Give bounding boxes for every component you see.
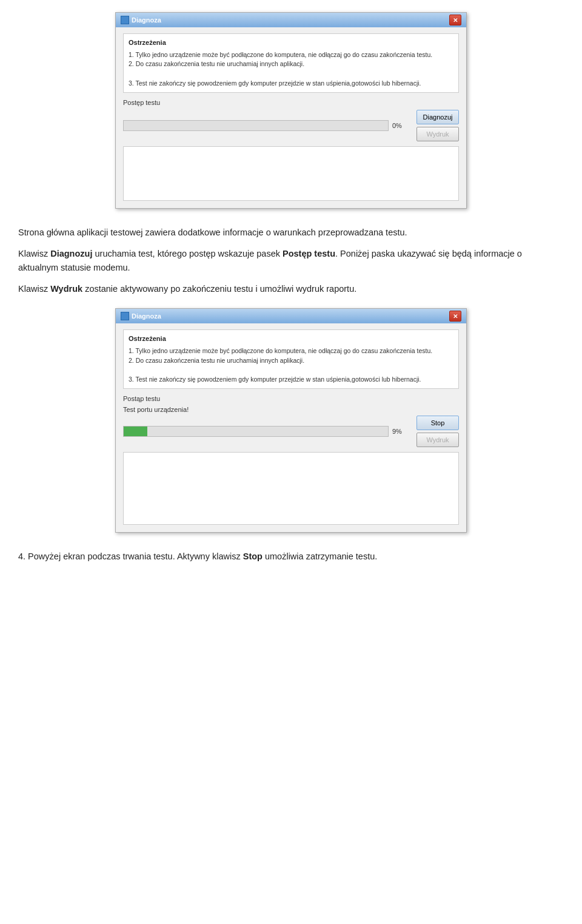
dialog2-progress-bar bbox=[123, 426, 389, 437]
dialog2-warning1: 1. Tylko jedno urządzenie może być podłą… bbox=[129, 346, 453, 356]
dialog1-log-area bbox=[123, 146, 459, 201]
text-s1-bold-diagnozuj: Diagnozuj bbox=[50, 249, 92, 258]
dialog2-title: Diagnoza bbox=[132, 312, 161, 320]
text-s1-pre4: Klawisz bbox=[18, 284, 50, 294]
dialog1-warning2: 2. Do czasu zakończenia testu nie urucha… bbox=[129, 59, 453, 69]
dialog2-close-button[interactable]: ✕ bbox=[449, 311, 461, 322]
dialog1-body: Ostrzeżenia 1. Tylko jedno urządzenie mo… bbox=[116, 27, 466, 208]
dialog1-warning1: 1. Tylko jedno urządzenie może być podłą… bbox=[129, 50, 453, 60]
text-section1-paragraph2: Klawisz Diagnozuj uruchamia test, któreg… bbox=[18, 247, 564, 275]
dialog2-warnings-box: Ostrzeżenia 1. Tylko jedno urządzenie mo… bbox=[123, 329, 459, 389]
dialog2-title-area: Diagnoza bbox=[121, 312, 161, 320]
dialog1-warnings-box: Ostrzeżenia 1. Tylko jedno urządzenie mo… bbox=[123, 33, 459, 93]
text-section1-line1: Strona główna aplikacji testowej zawiera… bbox=[18, 226, 564, 240]
dialog2-progress-label: Postąp testu bbox=[123, 395, 459, 402]
dialog1-progress-section: Postęp testu 0% Diagnozuj Wydruk bbox=[123, 99, 459, 141]
dialog1-progress-percent: 0% bbox=[392, 122, 409, 129]
dialog2-warning2: 2. Do czasu zakończenia testu nie urucha… bbox=[129, 356, 453, 366]
dialog1-log-area-wrapper bbox=[123, 146, 459, 201]
text-s2-bold-stop: Stop bbox=[243, 551, 263, 561]
dialog1-warning3: 3. Test nie zakończy się powodzeniem gdy… bbox=[129, 79, 453, 89]
dialog1-title: Diagnoza bbox=[132, 16, 161, 24]
dialog2-test-status: Test portu urządzenia! bbox=[123, 406, 459, 413]
dialog1-progress-bar bbox=[123, 120, 389, 131]
dialog2-body: Ostrzeżenia 1. Tylko jedno urządzenie mo… bbox=[116, 323, 466, 532]
text-s1-pre2: Klawisz bbox=[18, 249, 50, 258]
dialog2-log-area-wrapper bbox=[123, 452, 459, 525]
dialog1-warnings-heading: Ostrzeżenia bbox=[129, 38, 453, 48]
text-section2: 4. Powyżej ekran podczas trwania testu. … bbox=[18, 550, 564, 564]
dialog1-wydruk-button[interactable]: Wydruk bbox=[416, 127, 459, 141]
dialog2-wydruk-button[interactable]: Wydruk bbox=[416, 433, 459, 447]
dialog1-progress-label: Postęp testu bbox=[123, 99, 459, 106]
text-section1-paragraph3: Klawisz Wydruk zostanie aktywowany po za… bbox=[18, 282, 564, 296]
dialog2-progress-row: 9% Stop Wydruk bbox=[123, 416, 459, 447]
text-s2-pre: 4. Powyżej ekran podczas trwania testu. … bbox=[18, 551, 243, 561]
dialog2-progress-section: Postąp testu Test portu urządzenia! 9% S… bbox=[123, 395, 459, 447]
dialog2: Diagnoza ✕ Ostrzeżenia 1. Tylko jedno ur… bbox=[115, 308, 467, 533]
first-dialog-wrapper: Diagnoza ✕ Ostrzeżenia 1. Tylko jedno ur… bbox=[18, 12, 564, 209]
dialog1-title-area: Diagnoza bbox=[121, 16, 161, 24]
dialog1-app-icon bbox=[121, 16, 129, 24]
dialog1-buttons: Diagnozuj Wydruk bbox=[416, 110, 459, 141]
dialog1: Diagnoza ✕ Ostrzeżenia 1. Tylko jedno ur… bbox=[115, 12, 467, 209]
text-section1: Strona główna aplikacji testowej zawiera… bbox=[18, 226, 564, 297]
text-s1-bold-postep: Postęp testu bbox=[283, 249, 335, 258]
text-s2-post: umożliwia zatrzymanie testu. bbox=[263, 551, 377, 561]
dialog2-progress-percent: 9% bbox=[392, 428, 409, 435]
dialog2-app-icon bbox=[121, 312, 129, 320]
dialog2-progress-fill bbox=[124, 427, 147, 436]
dialog1-diagnozuj-button[interactable]: Diagnozuj bbox=[416, 110, 459, 124]
dialog2-buttons: Stop Wydruk bbox=[416, 416, 459, 447]
dialog1-progress-row: 0% Diagnozuj Wydruk bbox=[123, 110, 459, 141]
text-section2-paragraph: 4. Powyżej ekran podczas trwania testu. … bbox=[18, 550, 564, 564]
dialog1-titlebar: Diagnoza ✕ bbox=[116, 13, 466, 27]
text-s1-post2: uruchamia test, którego postęp wskazuje … bbox=[92, 249, 283, 258]
dialog2-log-area bbox=[123, 452, 459, 525]
dialog2-warning3: 3. Test nie zakończy się powodzeniem gdy… bbox=[129, 375, 453, 385]
dialog1-close-button[interactable]: ✕ bbox=[449, 15, 461, 25]
second-dialog-wrapper: Diagnoza ✕ Ostrzeżenia 1. Tylko jedno ur… bbox=[18, 308, 564, 533]
text-s1-post4: zostanie aktywowany po zakończeniu testu… bbox=[82, 284, 356, 294]
dialog2-warnings-heading: Ostrzeżenia bbox=[129, 334, 453, 344]
text-s1-bold-wydruk: Wydruk bbox=[50, 284, 82, 294]
dialog2-stop-button[interactable]: Stop bbox=[416, 416, 459, 430]
dialog2-titlebar: Diagnoza ✕ bbox=[116, 309, 466, 323]
